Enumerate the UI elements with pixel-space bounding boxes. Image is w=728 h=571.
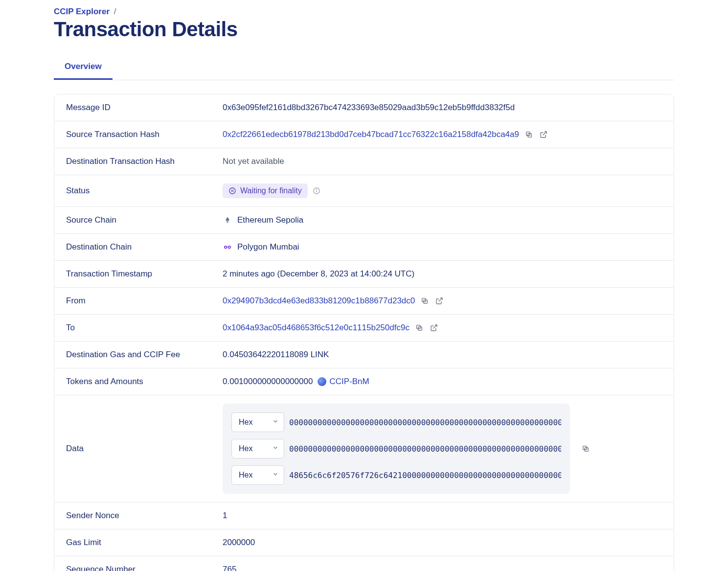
row-gas-limit: Gas Limit 2000000 [54,529,674,556]
value-gas-limit: 2000000 [223,538,662,548]
label-to: To [66,323,223,333]
row-timestamp: Transaction Timestamp 2 minutes ago (Dec… [54,261,674,288]
timestamp-text: 2 minutes ago (December 8, 2023 at 14:00… [223,269,414,279]
external-link-icon[interactable] [429,323,439,333]
row-sender-nonce: Sender Nonce 1 [54,502,674,529]
info-icon[interactable] [313,187,320,195]
label-sender-nonce: Sender Nonce [66,511,223,521]
token-name-text: CCIP-BnM [329,377,369,387]
data-hex-1: 0000000000000000000000000000000000000000… [289,444,561,454]
label-timestamp: Transaction Timestamp [66,269,223,279]
hex-select-label: Hex [239,418,252,427]
status-text: Waiting for finality [240,186,302,195]
data-line-0: Hex 000000000000000000000000000000000000… [231,412,561,432]
source-tx-hash-link[interactable]: 0x2cf22661edecb61978d213bd0d7ceb47bcad71… [223,130,519,139]
row-source-tx-hash: Source Transaction Hash 0x2cf22661edecb6… [54,121,674,148]
svg-point-8 [316,189,317,190]
dest-tx-hash-text: Not yet available [223,157,284,166]
svg-line-2 [543,132,546,135]
hex-select[interactable]: Hex [231,412,284,432]
data-hex-0: 0000000000000000000000000000000000000000… [289,418,561,427]
ethereum-icon [223,215,232,225]
value-data: Hex 000000000000000000000000000000000000… [223,404,662,494]
row-dest-tx-hash: Destination Transaction Hash Not yet ava… [54,148,674,175]
value-dest-chain: Polygon Mumbai [223,242,662,252]
value-sender-nonce: 1 [223,511,662,521]
value-to: 0x1064a93ac05d468653f6c512e0c1115b250dfc… [223,323,662,333]
label-source-chain: Source Chain [66,215,223,225]
svg-point-3 [229,188,235,194]
value-from: 0x294907b3dcd4e63ed833b81209c1b88677d23d… [223,296,662,306]
hex-select[interactable]: Hex [231,465,284,485]
dest-chain-text: Polygon Mumbai [237,242,299,252]
copy-icon[interactable] [420,296,430,306]
token-icon [318,377,326,386]
hex-select-label: Hex [239,444,252,453]
value-gas-fee: 0.04503642220118089 LINK [223,350,662,360]
row-data: Data Hex 0000000000000000000000000000000… [54,395,674,502]
chevron-down-icon [272,418,279,427]
gas-fee-text: 0.04503642220118089 LINK [223,350,329,360]
row-from: From 0x294907b3dcd4e63ed833b81209c1b8867… [54,288,674,315]
label-gas-fee: Destination Gas and CCIP Fee [66,350,223,360]
row-tokens: Tokens and Amounts 0.001000000000000000 … [54,368,674,395]
data-line-2: Hex 48656c6c6f20576f726c6421000000000000… [231,465,561,485]
data-line-1: Hex 000000000000000000000000000000000000… [231,439,561,458]
label-message-id: Message ID [66,103,223,113]
row-to: To 0x1064a93ac05d468653f6c512e0c1115b250… [54,315,674,342]
label-tokens: Tokens and Amounts [66,377,223,387]
sender-nonce-text: 1 [223,511,227,521]
message-id-text: 0x63e095fef2161d8bd3267bc474233693e85029… [223,103,515,113]
hex-select[interactable]: Hex [231,439,284,458]
token-link[interactable]: CCIP-BnM [318,377,369,387]
chevron-down-icon [272,471,279,480]
page-title: Transaction Details [54,18,674,41]
data-block: Hex 000000000000000000000000000000000000… [223,404,570,494]
value-source-tx-hash: 0x2cf22661edecb61978d213bd0d7ceb47bcad71… [223,130,662,139]
label-from: From [66,296,223,306]
svg-line-11 [439,298,442,301]
gas-limit-text: 2000000 [223,538,255,548]
value-message-id: 0x63e095fef2161d8bd3267bc474233693e85029… [223,103,662,113]
value-timestamp: 2 minutes ago (December 8, 2023 at 14:00… [223,269,662,279]
copy-icon[interactable] [414,323,424,333]
value-source-chain: Ethereum Sepolia [223,215,662,225]
row-sequence-number: Sequence Number 765 [54,556,674,571]
copy-icon[interactable] [524,130,534,139]
from-address-link[interactable]: 0x294907b3dcd4e63ed833b81209c1b88677d23d… [223,296,415,306]
details-card: Message ID 0x63e095fef2161d8bd3267bc4742… [54,94,674,571]
external-link-icon[interactable] [539,130,548,139]
svg-line-14 [433,325,437,328]
row-status: Status Waiting for finality [54,175,674,207]
breadcrumb: CCIP Explorer / [54,7,674,17]
value-sequence-number: 765 [223,565,662,571]
hex-select-label: Hex [239,471,252,480]
token-amount-text: 0.001000000000000000 [223,377,313,387]
value-status: Waiting for finality [223,183,662,198]
breadcrumb-root-link[interactable]: CCIP Explorer [54,7,110,16]
external-link-icon[interactable] [434,296,444,306]
sequence-number-text: 765 [223,565,236,571]
label-data: Data [66,444,223,454]
label-dest-chain: Destination Chain [66,242,223,252]
source-chain-text: Ethereum Sepolia [237,215,303,225]
data-hex-2: 48656c6c6f20576f726c64210000000000000000… [289,471,561,480]
label-dest-tx-hash: Destination Transaction Hash [66,157,223,166]
row-message-id: Message ID 0x63e095fef2161d8bd3267bc4742… [54,94,674,121]
row-gas-fee: Destination Gas and CCIP Fee 0.045036422… [54,342,674,368]
pause-icon [228,187,236,195]
breadcrumb-separator: / [114,7,116,16]
tabs: Overview [54,55,674,80]
to-address-link[interactable]: 0x1064a93ac05d468653f6c512e0c1115b250dfc… [223,323,410,333]
value-dest-tx-hash: Not yet available [223,157,662,166]
status-badge: Waiting for finality [223,183,308,198]
tab-overview[interactable]: Overview [54,55,113,80]
value-tokens: 0.001000000000000000 CCIP-BnM [223,377,662,387]
polygon-icon [223,242,232,252]
label-sequence-number: Sequence Number [66,565,223,571]
row-dest-chain: Destination Chain Polygon Mumbai [54,234,674,261]
chevron-down-icon [272,444,279,453]
row-source-chain: Source Chain Ethereum Sepolia [54,207,674,234]
copy-icon[interactable] [581,444,591,454]
label-source-tx-hash: Source Transaction Hash [66,130,223,139]
